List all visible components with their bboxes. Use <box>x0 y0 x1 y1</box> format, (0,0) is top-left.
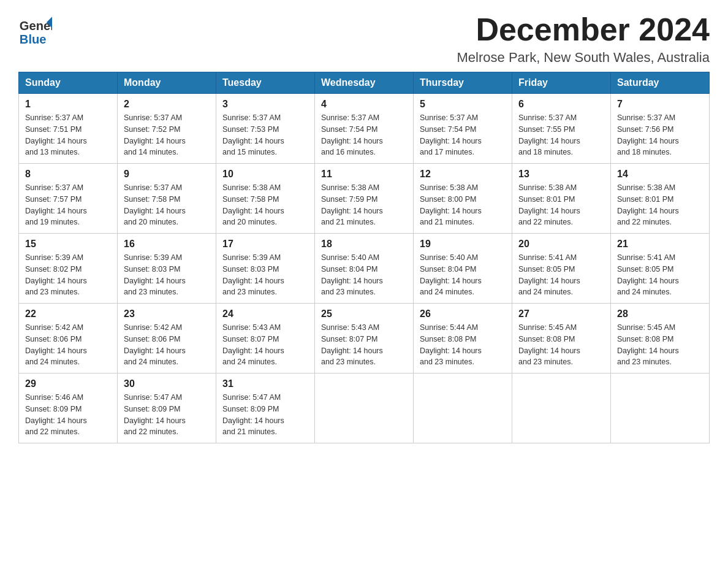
day-number: 2 <box>124 99 210 110</box>
day-info: Sunrise: 5:41 AM Sunset: 8:05 PM Dayligh… <box>518 252 604 298</box>
day-number: 12 <box>420 169 506 180</box>
day-info: Sunrise: 5:39 AM Sunset: 8:03 PM Dayligh… <box>222 252 308 298</box>
day-number: 21 <box>617 239 703 250</box>
page-header: General Blue December 2024 Melrose Park,… <box>18 12 710 66</box>
day-info: Sunrise: 5:43 AM Sunset: 8:07 PM Dayligh… <box>321 322 407 368</box>
day-cell: 24 Sunrise: 5:43 AM Sunset: 8:07 PM Dayl… <box>216 304 315 373</box>
day-number: 11 <box>321 169 407 180</box>
week-row-4: 22 Sunrise: 5:42 AM Sunset: 8:06 PM Dayl… <box>19 304 710 373</box>
day-info: Sunrise: 5:41 AM Sunset: 8:05 PM Dayligh… <box>617 252 703 298</box>
day-cell: 16 Sunrise: 5:39 AM Sunset: 8:03 PM Dayl… <box>118 234 216 304</box>
day-number: 31 <box>222 378 308 389</box>
day-info: Sunrise: 5:37 AM Sunset: 7:54 PM Dayligh… <box>321 112 407 158</box>
day-cell <box>611 373 710 443</box>
weekday-header-thursday: Thursday <box>414 72 512 94</box>
day-info: Sunrise: 5:45 AM Sunset: 8:08 PM Dayligh… <box>518 322 604 368</box>
day-info: Sunrise: 5:38 AM Sunset: 7:59 PM Dayligh… <box>321 182 407 228</box>
day-info: Sunrise: 5:37 AM Sunset: 7:51 PM Dayligh… <box>25 112 111 158</box>
day-number: 26 <box>420 308 506 320</box>
day-cell: 8 Sunrise: 5:37 AM Sunset: 7:57 PM Dayli… <box>19 164 118 234</box>
day-number: 16 <box>124 239 210 250</box>
day-info: Sunrise: 5:38 AM Sunset: 7:58 PM Dayligh… <box>222 182 308 228</box>
title-section: December 2024 Melrose Park, New South Wa… <box>457 12 710 66</box>
day-number: 5 <box>420 99 506 110</box>
day-number: 28 <box>617 308 703 320</box>
day-cell: 20 Sunrise: 5:41 AM Sunset: 8:05 PM Dayl… <box>512 234 611 304</box>
day-cell <box>414 373 512 443</box>
day-number: 9 <box>124 169 210 180</box>
day-info: Sunrise: 5:38 AM Sunset: 8:00 PM Dayligh… <box>420 182 506 228</box>
day-number: 25 <box>321 308 407 320</box>
day-cell: 22 Sunrise: 5:42 AM Sunset: 8:06 PM Dayl… <box>19 304 118 373</box>
day-cell <box>315 373 414 443</box>
weekday-header-sunday: Sunday <box>19 72 118 94</box>
day-cell: 7 Sunrise: 5:37 AM Sunset: 7:56 PM Dayli… <box>611 94 710 164</box>
day-info: Sunrise: 5:45 AM Sunset: 8:08 PM Dayligh… <box>617 322 703 368</box>
day-number: 4 <box>321 99 407 110</box>
day-cell: 13 Sunrise: 5:38 AM Sunset: 8:01 PM Dayl… <box>512 164 611 234</box>
day-info: Sunrise: 5:42 AM Sunset: 8:06 PM Dayligh… <box>25 322 111 368</box>
day-number: 18 <box>321 239 407 250</box>
day-number: 27 <box>518 308 604 320</box>
day-info: Sunrise: 5:43 AM Sunset: 8:07 PM Dayligh… <box>222 322 308 368</box>
day-cell: 30 Sunrise: 5:47 AM Sunset: 8:09 PM Dayl… <box>118 373 216 443</box>
day-info: Sunrise: 5:37 AM Sunset: 7:57 PM Dayligh… <box>25 182 111 228</box>
day-info: Sunrise: 5:37 AM Sunset: 7:53 PM Dayligh… <box>222 112 308 158</box>
day-cell: 11 Sunrise: 5:38 AM Sunset: 7:59 PM Dayl… <box>315 164 414 234</box>
day-number: 14 <box>617 169 703 180</box>
day-info: Sunrise: 5:37 AM Sunset: 7:55 PM Dayligh… <box>518 112 604 158</box>
day-cell <box>512 373 611 443</box>
day-number: 7 <box>617 99 703 110</box>
day-cell: 18 Sunrise: 5:40 AM Sunset: 8:04 PM Dayl… <box>315 234 414 304</box>
day-cell: 14 Sunrise: 5:38 AM Sunset: 8:01 PM Dayl… <box>611 164 710 234</box>
day-cell: 17 Sunrise: 5:39 AM Sunset: 8:03 PM Dayl… <box>216 234 315 304</box>
week-row-1: 1 Sunrise: 5:37 AM Sunset: 7:51 PM Dayli… <box>19 94 710 164</box>
weekday-header-monday: Monday <box>118 72 216 94</box>
day-cell: 9 Sunrise: 5:37 AM Sunset: 7:58 PM Dayli… <box>118 164 216 234</box>
day-cell: 4 Sunrise: 5:37 AM Sunset: 7:54 PM Dayli… <box>315 94 414 164</box>
day-info: Sunrise: 5:47 AM Sunset: 8:09 PM Dayligh… <box>222 392 308 438</box>
weekday-header-friday: Friday <box>512 72 611 94</box>
day-cell: 29 Sunrise: 5:46 AM Sunset: 8:09 PM Dayl… <box>19 373 118 443</box>
day-number: 30 <box>124 378 210 389</box>
weekday-header-tuesday: Tuesday <box>216 72 315 94</box>
day-number: 22 <box>25 308 111 320</box>
day-info: Sunrise: 5:42 AM Sunset: 8:06 PM Dayligh… <box>124 322 210 368</box>
day-number: 3 <box>222 99 308 110</box>
svg-text:General: General <box>20 19 52 33</box>
day-number: 8 <box>25 169 111 180</box>
day-cell: 26 Sunrise: 5:44 AM Sunset: 8:08 PM Dayl… <box>414 304 512 373</box>
day-number: 19 <box>420 239 506 250</box>
day-number: 6 <box>518 99 604 110</box>
day-info: Sunrise: 5:39 AM Sunset: 8:02 PM Dayligh… <box>25 252 111 298</box>
weekday-header-wednesday: Wednesday <box>315 72 414 94</box>
day-cell: 10 Sunrise: 5:38 AM Sunset: 7:58 PM Dayl… <box>216 164 315 234</box>
logo-icon: General Blue <box>18 12 52 46</box>
day-cell: 31 Sunrise: 5:47 AM Sunset: 8:09 PM Dayl… <box>216 373 315 443</box>
day-cell: 28 Sunrise: 5:45 AM Sunset: 8:08 PM Dayl… <box>611 304 710 373</box>
day-info: Sunrise: 5:37 AM Sunset: 7:52 PM Dayligh… <box>124 112 210 158</box>
day-cell: 15 Sunrise: 5:39 AM Sunset: 8:02 PM Dayl… <box>19 234 118 304</box>
day-number: 10 <box>222 169 308 180</box>
location-title: Melrose Park, New South Wales, Australia <box>457 50 710 66</box>
day-number: 13 <box>518 169 604 180</box>
day-cell: 5 Sunrise: 5:37 AM Sunset: 7:54 PM Dayli… <box>414 94 512 164</box>
month-title: December 2024 <box>457 12 710 47</box>
day-info: Sunrise: 5:46 AM Sunset: 8:09 PM Dayligh… <box>25 392 111 438</box>
day-cell: 25 Sunrise: 5:43 AM Sunset: 8:07 PM Dayl… <box>315 304 414 373</box>
day-info: Sunrise: 5:40 AM Sunset: 8:04 PM Dayligh… <box>321 252 407 298</box>
day-info: Sunrise: 5:37 AM Sunset: 7:58 PM Dayligh… <box>124 182 210 228</box>
day-cell: 1 Sunrise: 5:37 AM Sunset: 7:51 PM Dayli… <box>19 94 118 164</box>
day-number: 1 <box>25 99 111 110</box>
day-info: Sunrise: 5:40 AM Sunset: 8:04 PM Dayligh… <box>420 252 506 298</box>
day-number: 15 <box>25 239 111 250</box>
day-number: 29 <box>25 378 111 389</box>
week-row-2: 8 Sunrise: 5:37 AM Sunset: 7:57 PM Dayli… <box>19 164 710 234</box>
day-info: Sunrise: 5:47 AM Sunset: 8:09 PM Dayligh… <box>124 392 210 438</box>
week-row-3: 15 Sunrise: 5:39 AM Sunset: 8:02 PM Dayl… <box>19 234 710 304</box>
svg-text:Blue: Blue <box>20 33 47 46</box>
day-number: 17 <box>222 239 308 250</box>
day-number: 23 <box>124 308 210 320</box>
day-info: Sunrise: 5:38 AM Sunset: 8:01 PM Dayligh… <box>617 182 703 228</box>
day-info: Sunrise: 5:38 AM Sunset: 8:01 PM Dayligh… <box>518 182 604 228</box>
